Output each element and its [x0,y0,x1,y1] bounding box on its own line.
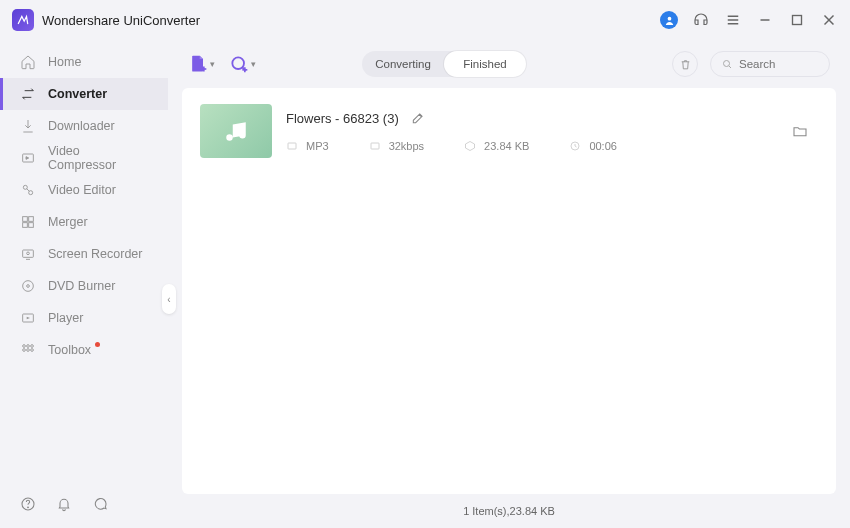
stat-value: MP3 [306,140,329,152]
sidebar-item-label: Converter [48,87,107,101]
svg-line-11 [27,189,30,192]
downloader-icon [20,118,36,134]
sidebar-item-label: DVD Burner [48,279,115,293]
search-input[interactable] [739,58,819,70]
sidebar-item-editor[interactable]: Video Editor [0,174,168,206]
close-button[interactable] [820,11,838,29]
sidebar-item-burner[interactable]: DVD Burner [0,270,168,302]
maximize-button[interactable] [788,11,806,29]
app-logo [12,9,34,31]
svg-rect-14 [23,223,28,228]
file-row[interactable]: Flowers - 66823 (3) MP3 32kbps [182,96,836,166]
delete-button[interactable] [672,51,698,77]
stat-value: 32kbps [389,140,424,152]
tab-label: Converting [375,58,431,70]
stat-value: 23.84 KB [484,140,529,152]
chevron-down-icon: ▾ [210,59,215,69]
svg-line-37 [729,66,731,68]
file-bitrate: 32kbps [369,140,424,152]
add-file-icon [188,53,208,75]
svg-rect-5 [793,16,802,25]
recorder-icon [20,246,36,262]
sidebar-item-downloader[interactable]: Downloader [0,110,168,142]
sidebar-item-label: Merger [48,215,88,229]
help-icon[interactable] [20,496,36,512]
notification-dot [95,342,100,347]
stat-value: 00:06 [589,140,617,152]
svg-rect-39 [371,143,379,149]
music-icon [223,118,249,144]
account-avatar[interactable] [660,11,678,29]
notifications-icon[interactable] [56,496,72,512]
sidebar: Home Converter Downloader Video Compress… [0,40,168,528]
svg-point-22 [23,345,26,348]
file-name: Flowers - 66823 (3) [286,111,399,126]
sidebar-item-recorder[interactable]: Screen Recorder [0,238,168,270]
clock-icon [569,140,581,152]
merger-icon [20,214,36,230]
sidebar-item-player[interactable]: Player [0,302,168,334]
file-size: 23.84 KB [464,140,529,152]
svg-rect-38 [288,143,296,149]
svg-point-20 [27,285,30,288]
add-file-button[interactable]: ▾ [188,53,215,75]
app-title: Wondershare UniConverter [42,13,200,28]
content-area: ▾ ▾ Converting Finished [168,40,850,528]
svg-rect-16 [23,250,34,257]
svg-point-17 [27,252,30,255]
format-icon [286,140,298,152]
add-url-icon [229,53,249,75]
sidebar-item-label: Video Editor [48,183,116,197]
chevron-down-icon: ▾ [251,59,256,69]
svg-point-24 [31,345,34,348]
sidebar-item-merger[interactable]: Merger [0,206,168,238]
open-folder-button[interactable] [792,123,808,139]
search-box[interactable] [710,51,830,77]
file-duration: 00:06 [569,140,617,152]
task-tabs: Converting Finished [362,51,526,77]
player-icon [20,310,36,326]
feedback-icon[interactable] [92,496,108,512]
title-bar: Wondershare UniConverter [0,0,850,40]
size-icon [464,140,476,152]
rename-button[interactable] [411,111,425,125]
svg-point-0 [667,16,671,20]
compressor-icon [20,150,36,166]
svg-point-27 [31,349,34,352]
editor-icon [20,182,36,198]
burner-icon [20,278,36,294]
svg-point-19 [23,281,34,292]
svg-point-36 [724,61,730,67]
sidebar-item-label: Screen Recorder [48,247,143,261]
add-url-button[interactable]: ▾ [229,53,256,75]
toolbox-icon [20,342,36,358]
tab-converting[interactable]: Converting [362,51,444,77]
svg-point-32 [232,57,244,69]
bitrate-icon [369,140,381,152]
sidebar-item-label: Video Compressor [48,144,148,172]
sidebar-item-toolbox[interactable]: Toolbox [0,334,168,366]
minimize-button[interactable] [756,11,774,29]
sidebar-collapse-handle[interactable]: ‹ [162,284,176,314]
svg-point-26 [27,349,30,352]
svg-point-23 [27,345,30,348]
sidebar-item-compressor[interactable]: Video Compressor [0,142,168,174]
file-thumbnail [200,104,272,158]
file-meta: Flowers - 66823 (3) MP3 32kbps [286,111,778,152]
converter-icon [20,86,36,102]
support-icon[interactable] [692,11,710,29]
sidebar-item-home[interactable]: Home [0,46,168,78]
svg-rect-12 [23,217,28,222]
svg-rect-15 [29,223,34,228]
file-list: Flowers - 66823 (3) MP3 32kbps [182,88,836,494]
search-icon [721,58,733,70]
status-text: 1 Item(s),23.84 KB [463,505,555,517]
svg-rect-13 [29,217,34,222]
svg-point-29 [28,507,29,508]
tab-finished[interactable]: Finished [444,51,526,77]
menu-icon[interactable] [724,11,742,29]
toolbar: ▾ ▾ Converting Finished [182,40,836,88]
sidebar-item-label: Home [48,55,81,69]
sidebar-item-converter[interactable]: Converter [0,78,168,110]
svg-point-25 [23,349,26,352]
